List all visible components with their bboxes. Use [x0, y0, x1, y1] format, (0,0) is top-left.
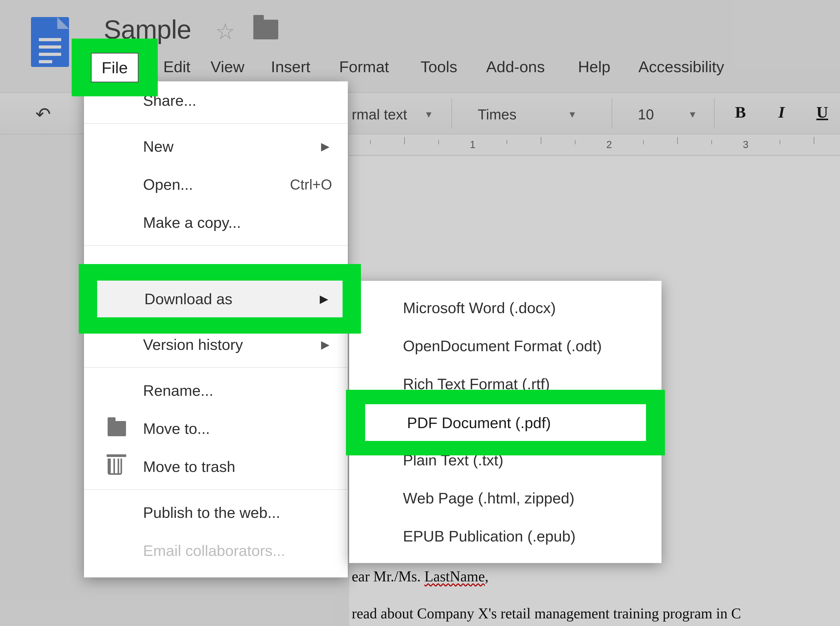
menu-label: Microsoft Word (.docx)	[403, 299, 556, 316]
submenu-arrow-icon: ▶	[321, 338, 329, 351]
menu-label: Open...	[143, 175, 193, 193]
folder-icon	[108, 421, 126, 436]
menu-file[interactable]: File	[91, 53, 139, 82]
move-folder-icon[interactable]	[253, 20, 278, 39]
menu-label: Publish to the web...	[143, 504, 280, 521]
ruler-number: 1	[470, 139, 476, 150]
ruler-number: 2	[606, 139, 612, 150]
menu-edit[interactable]: Edit	[160, 55, 194, 78]
menu-separator	[84, 245, 348, 246]
highlight-download-as: Download as ▶	[79, 264, 361, 333]
file-menu-download-as[interactable]: Download as ▶	[97, 280, 343, 317]
chevron-down-icon: ▼	[568, 109, 577, 120]
download-odt[interactable]: OpenDocument Format (.odt)	[349, 327, 662, 365]
toolbar-separator	[612, 98, 612, 128]
file-menu-move-to-trash[interactable]: Move to trash	[84, 448, 348, 485]
menu-label: Move to trash	[143, 458, 235, 475]
doc-text-misspelled: LastName	[424, 568, 485, 585]
menu-label: Email collaborators...	[143, 542, 285, 559]
menu-label: Rename...	[143, 382, 213, 399]
bold-button[interactable]: B	[735, 103, 746, 122]
font-size-dropdown[interactable]: 10▼	[633, 103, 702, 125]
highlight-pdf: PDF Document (.pdf)	[346, 390, 665, 455]
font-family-dropdown[interactable]: Times▼	[472, 103, 582, 125]
highlight-file-menu: File	[72, 39, 158, 96]
italic-button[interactable]: I	[778, 103, 785, 122]
file-menu-new[interactable]: New▶	[84, 127, 348, 165]
menu-label: New	[143, 138, 174, 155]
menu-view[interactable]: View	[207, 55, 247, 78]
menu-label: Download as	[144, 290, 232, 308]
submenu-arrow-icon: ▶	[320, 293, 328, 305]
paragraph-style-dropdown[interactable]: rmal text▼	[347, 103, 439, 125]
menu-accessibility[interactable]: Accessibility	[635, 55, 727, 78]
menu-label: PDF Document (.pdf)	[407, 414, 551, 432]
menu-label: EPUB Publication (.epub)	[403, 527, 576, 545]
download-epub[interactable]: EPUB Publication (.epub)	[349, 517, 662, 555]
doc-text: read about Company X's retail management…	[352, 605, 741, 621]
menu-addons[interactable]: Add-ons	[483, 55, 548, 78]
trash-icon	[108, 459, 122, 475]
menu-insert[interactable]: Insert	[268, 55, 313, 78]
file-menu-move-to[interactable]: Move to...	[84, 410, 348, 448]
ruler-number: 3	[743, 139, 748, 150]
file-menu-rename[interactable]: Rename...	[84, 371, 348, 410]
download-docx[interactable]: Microsoft Word (.docx)	[349, 289, 662, 327]
menu-label: OpenDocument Format (.odt)	[403, 337, 602, 355]
file-menu-make-copy[interactable]: Make a copy...	[84, 203, 348, 241]
toolbar-separator	[714, 98, 715, 128]
file-menu-publish-web[interactable]: Publish to the web...	[84, 493, 348, 532]
menu-label: Make a copy...	[143, 214, 241, 231]
underline-button[interactable]: U	[817, 103, 828, 122]
download-html[interactable]: Web Page (.html, zipped)	[349, 479, 662, 517]
menu-separator	[84, 123, 348, 124]
menu-help[interactable]: Help	[575, 55, 613, 78]
menu-label: Version history	[143, 336, 243, 353]
download-pdf[interactable]: PDF Document (.pdf)	[365, 404, 646, 441]
toolbar-separator	[452, 98, 452, 128]
chevron-down-icon: ▼	[688, 109, 697, 120]
menu-label: Web Page (.html, zipped)	[403, 489, 574, 507]
menu-tools[interactable]: Tools	[418, 55, 460, 78]
doc-text: ear Mr./Ms.	[352, 568, 424, 585]
keyboard-shortcut: Ctrl+O	[290, 176, 332, 193]
menu-separator	[84, 367, 348, 368]
menu-format[interactable]: Format	[336, 55, 392, 78]
menu-separator	[84, 489, 348, 490]
menu-label: Move to...	[143, 420, 210, 437]
star-icon[interactable]: ☆	[215, 18, 235, 44]
font-size-value: 10	[638, 106, 654, 123]
file-menu-open[interactable]: Open...Ctrl+O	[84, 165, 348, 203]
doc-text: ,	[485, 568, 488, 585]
undo-icon[interactable]: ↶	[36, 103, 51, 125]
file-menu-email-collaborators: Email collaborators...	[84, 532, 348, 570]
horizontal-ruler[interactable]: 1 2 3	[349, 135, 840, 155]
paragraph-style-value: rmal text	[352, 106, 407, 123]
chevron-down-icon: ▼	[424, 109, 433, 120]
font-family-value: Times	[478, 106, 516, 123]
submenu-arrow-icon: ▶	[321, 140, 329, 153]
